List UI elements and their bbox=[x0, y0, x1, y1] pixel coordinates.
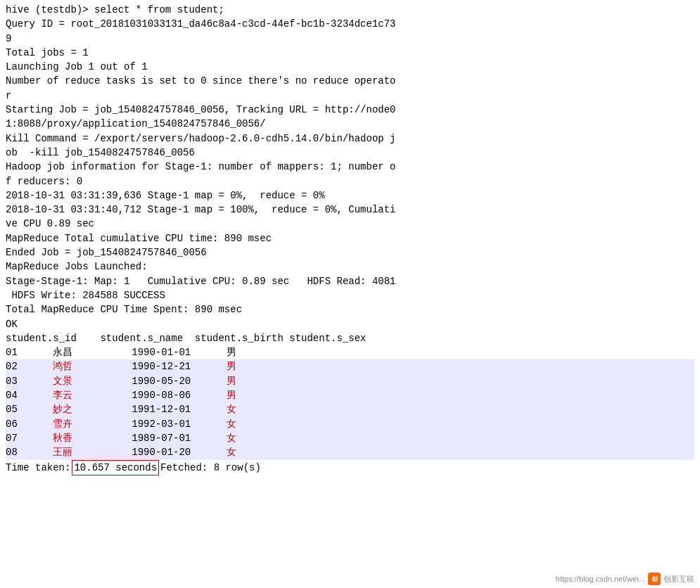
line-17: MapReduce Total cumulative CPU time: 890… bbox=[6, 231, 694, 245]
line-15: 2018-10-31 03:31:40,712 Stage-1 map = 10… bbox=[6, 203, 694, 217]
table-row-02: 02 鸿哲 1990-12-21 男 bbox=[6, 359, 694, 373]
table-row-05: 05 妙之 1991-12-01 女 bbox=[6, 402, 694, 416]
line-2: Query ID = root_20181031033131_da46c8a4-… bbox=[6, 17, 694, 31]
table-row-08: 08 王丽 1990-01-20 女 bbox=[6, 445, 694, 459]
line-4: Total jobs = 1 bbox=[6, 46, 694, 60]
time-value: 10.657 seconds bbox=[72, 460, 159, 475]
table-row-04: 04 李云 1990-08-06 男 bbox=[6, 388, 694, 402]
line-12: Hadoop job information for Stage-1: numb… bbox=[6, 160, 694, 174]
line-22: Total MapReduce CPU Time Spent: 890 msec bbox=[6, 302, 694, 317]
watermark: https://blog.csdn.net/wei... 创 创新互联 bbox=[556, 573, 694, 585]
line-3: 9 bbox=[6, 32, 694, 46]
line-5: Launching Job 1 out of 1 bbox=[6, 60, 694, 74]
line-13: f reducers: 0 bbox=[6, 174, 694, 188]
table-header: student.s_id student.s_name student.s_bi… bbox=[6, 331, 694, 345]
line-20: Stage-Stage-1: Map: 1 Cumulative CPU: 0.… bbox=[6, 274, 694, 288]
line-1: hive (testdb)> select * from student; bbox=[6, 3, 694, 17]
line-6: Number of reduce tasks is set to 0 since… bbox=[6, 74, 694, 88]
table-row-03: 03 文景 1990-05-20 男 bbox=[6, 374, 694, 388]
line-11: ob -kill job_1540824757846_0056 bbox=[6, 146, 694, 160]
terminal-window: hive (testdb)> select * from student; Qu… bbox=[0, 0, 700, 588]
table-row-07: 07 秋香 1989-07-01 女 bbox=[6, 431, 694, 445]
line-19: MapReduce Jobs Launched: bbox=[6, 260, 694, 274]
line-7: r bbox=[6, 89, 694, 103]
line-16: ve CPU 0.89 sec bbox=[6, 217, 694, 231]
line-10: Kill Command = /export/servers/hadoop-2.… bbox=[6, 132, 694, 146]
table-row-06: 06 雪卉 1992-03-01 女 bbox=[6, 417, 694, 431]
line-14: 2018-10-31 03:31:39,636 Stage-1 map = 0%… bbox=[6, 188, 694, 203]
line-9: 1:8088/proxy/application_1540824757846_0… bbox=[6, 117, 694, 131]
time-taken-line: Time taken: 10.657 seconds Fetched: 8 ro… bbox=[6, 460, 694, 475]
line-8: Starting Job = job_1540824757846_0056, T… bbox=[6, 103, 694, 117]
line-23: OK bbox=[6, 317, 694, 331]
line-21: HDFS Write: 284588 SUCCESS bbox=[6, 288, 694, 302]
table-row-01: 01 永昌 1990-01-01 男 bbox=[6, 345, 694, 359]
fetched-text: Fetched: 8 row(s) bbox=[160, 461, 261, 475]
brand-name: 创新互联 bbox=[663, 574, 694, 584]
brand-icon: 创 bbox=[648, 573, 661, 585]
time-taken-label: Time taken: bbox=[6, 461, 70, 475]
watermark-url: https://blog.csdn.net/wei... bbox=[556, 575, 645, 583]
line-18: Ended Job = job_1540824757846_0056 bbox=[6, 245, 694, 260]
